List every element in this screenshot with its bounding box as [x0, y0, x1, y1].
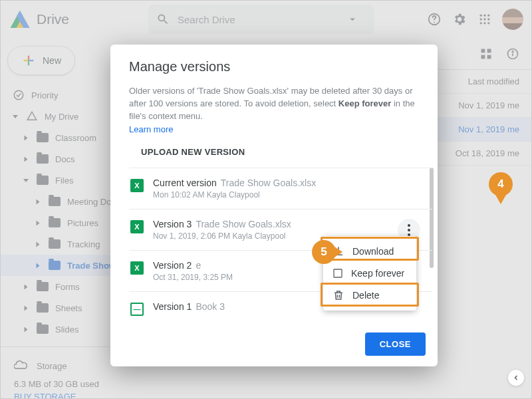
- close-button[interactable]: CLOSE: [365, 332, 426, 356]
- folder-icon: [49, 261, 61, 270]
- expand-icon[interactable]: [25, 156, 28, 162]
- help-icon[interactable]: [426, 11, 442, 27]
- folder-icon: [37, 325, 49, 334]
- svg-point-6: [483, 18, 485, 20]
- folder-icon: [49, 239, 61, 249]
- learn-more-link[interactable]: Learn more: [129, 124, 173, 134]
- svg-point-8: [480, 22, 482, 24]
- folder-icon: [37, 282, 49, 291]
- plus-icon: [21, 53, 36, 68]
- storage-used: 6.3 MB of 30 GB used: [14, 379, 139, 389]
- new-button[interactable]: New: [7, 46, 75, 75]
- svg-point-7: [487, 18, 489, 20]
- expand-icon[interactable]: [23, 179, 29, 182]
- folder-icon: [49, 197, 61, 206]
- expand-icon[interactable]: [25, 305, 28, 311]
- chevron-left-icon: [512, 374, 520, 382]
- gear-icon[interactable]: [452, 11, 467, 27]
- svg-point-1: [434, 22, 435, 23]
- sheets-icon: X: [130, 261, 144, 275]
- manage-versions-dialog: Manage versions Older versions of 'Trade…: [110, 45, 438, 366]
- sheets-icon: —: [130, 303, 144, 316]
- callout-5: 5: [312, 240, 336, 264]
- search-placeholder: Search Drive: [178, 14, 346, 25]
- info-icon[interactable]: [506, 47, 519, 61]
- apps-icon[interactable]: [477, 11, 493, 27]
- upload-new-version-button[interactable]: UPLOAD NEW VERSION: [129, 135, 245, 165]
- menu-keep-forever[interactable]: Keep forever: [323, 263, 416, 284]
- svg-point-4: [487, 15, 489, 17]
- svg-point-5: [480, 18, 482, 20]
- expand-icon[interactable]: [37, 263, 40, 268]
- search-box[interactable]: Search Drive: [148, 5, 374, 34]
- svg-rect-13: [487, 49, 491, 53]
- folder-icon: [37, 133, 49, 142]
- cloud-icon: [14, 359, 27, 372]
- priority-icon: [13, 89, 25, 101]
- search-icon: [156, 13, 170, 26]
- svg-point-10: [487, 22, 489, 24]
- more-icon: [408, 224, 410, 236]
- callout-4: 4: [489, 172, 513, 196]
- svg-point-18: [512, 51, 513, 52]
- expand-icon[interactable]: [25, 135, 28, 140]
- side-panel-toggle[interactable]: [507, 369, 525, 386]
- svg-point-2: [480, 15, 482, 17]
- folder-icon: [37, 176, 49, 185]
- expand-icon[interactable]: [13, 115, 18, 118]
- version-row: X Current versionTrade Show Goals.xlsx M…: [129, 168, 432, 209]
- grid-view-icon[interactable]: [479, 47, 493, 61]
- app-name: Drive: [37, 11, 69, 27]
- header-actions: [426, 9, 523, 30]
- svg-point-11: [14, 90, 23, 100]
- app-header: Drive Search Drive: [1, 1, 531, 38]
- sheets-icon: X: [130, 179, 144, 192]
- expand-icon[interactable]: [37, 241, 40, 247]
- folder-icon: [37, 303, 49, 313]
- mydrive-icon: [26, 110, 38, 122]
- logo[interactable]: Drive: [9, 8, 148, 31]
- drive-logo-icon: [9, 8, 31, 31]
- trash-icon: [332, 289, 344, 301]
- svg-rect-14: [481, 55, 485, 59]
- svg-point-9: [483, 22, 485, 24]
- dialog-title: Manage versions: [129, 59, 419, 74]
- dropdown-icon[interactable]: [346, 13, 358, 25]
- svg-rect-12: [481, 49, 485, 53]
- expand-icon[interactable]: [37, 199, 40, 204]
- folder-icon: [37, 154, 49, 164]
- svg-rect-15: [487, 55, 491, 59]
- new-label: New: [43, 55, 61, 66]
- buy-storage-link[interactable]: BUY STORAGE: [14, 392, 139, 399]
- sheets-icon: X: [130, 220, 144, 233]
- avatar[interactable]: [502, 9, 523, 30]
- expand-icon[interactable]: [37, 220, 40, 225]
- dialog-description: Older versions of 'Trade Show Goals.xlsx…: [129, 85, 419, 123]
- expand-icon[interactable]: [25, 327, 28, 332]
- svg-rect-19: [334, 269, 342, 277]
- folder-icon: [49, 218, 61, 227]
- expand-icon[interactable]: [25, 284, 28, 289]
- dialog-footer: CLOSE: [110, 325, 438, 366]
- checkbox-icon: [332, 268, 343, 279]
- menu-delete[interactable]: Delete: [323, 284, 416, 307]
- svg-point-3: [483, 15, 485, 17]
